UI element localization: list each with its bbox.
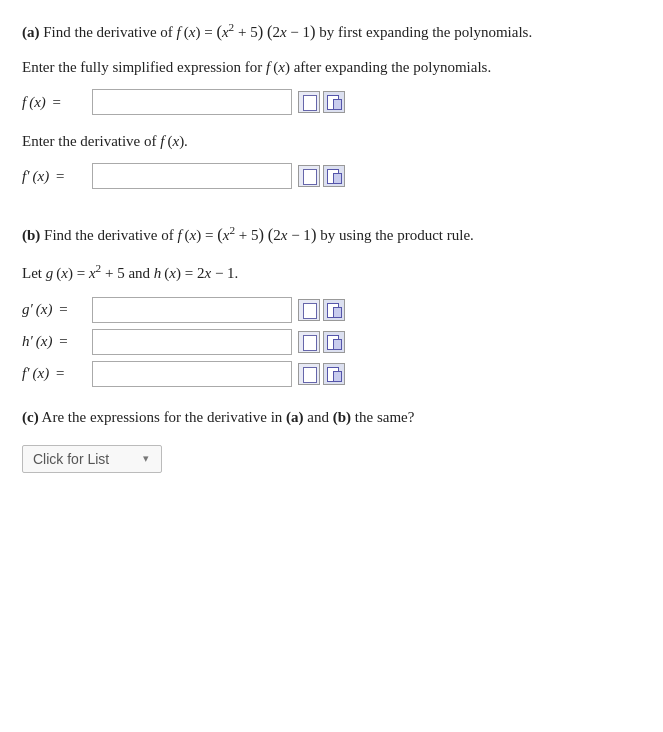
formula-icon-fx[interactable]	[298, 91, 320, 113]
copy-icon-hprime[interactable]	[323, 331, 345, 353]
formula-icon-fprime[interactable]	[298, 165, 320, 187]
fprime-b-label: f′ (x) =	[22, 365, 92, 382]
gprime-icon-pair	[298, 299, 345, 321]
hprime-label: h′ (x) =	[22, 333, 92, 350]
fx-input-row: f (x) =	[22, 89, 641, 115]
fprime-input[interactable]	[92, 163, 292, 189]
copy-icon-fprime-b[interactable]	[323, 363, 345, 385]
copy-icon-fprime[interactable]	[323, 165, 345, 187]
formula-icon-hprime[interactable]	[298, 331, 320, 353]
fprime-input-row: f′ (x) =	[22, 163, 641, 189]
dropdown-label: Click for List	[33, 451, 109, 467]
part-a-section: (a) Find the derivative of f (x) = (x2 +…	[22, 18, 641, 189]
fx-input[interactable]	[92, 89, 292, 115]
hprime-input[interactable]	[92, 329, 292, 355]
fx-label: f (x) =	[22, 94, 92, 111]
copy-icon-gprime[interactable]	[323, 299, 345, 321]
part-a-derivative-prompt: Enter the derivative of f (x).	[22, 129, 641, 153]
dropdown-arrow-icon: ▾	[143, 452, 149, 465]
part-a-intro: (a) Find the derivative of f (x) = (x2 +…	[22, 18, 641, 45]
hprime-icon-pair	[298, 331, 345, 353]
fprime-label: f′ (x) =	[22, 168, 92, 185]
fprime-icon-pair	[298, 165, 345, 187]
gprime-label: g′ (x) =	[22, 301, 92, 318]
part-c-section: (c) Are the expressions for the derivati…	[22, 405, 641, 473]
formula-icon-gprime[interactable]	[298, 299, 320, 321]
fprime-b-icon-pair	[298, 363, 345, 385]
part-a-expand-prompt: Enter the fully simplified expression fo…	[22, 55, 641, 79]
click-for-list-button[interactable]: Click for List ▾	[22, 445, 162, 473]
part-b-section: (b) Find the derivative of f (x) = (x2 +…	[22, 221, 641, 386]
part-b-let: Let g (x) = x2 + 5 and h (x) = 2x − 1.	[22, 259, 641, 285]
fprime-b-input[interactable]	[92, 361, 292, 387]
formula-icon-fprime-b[interactable]	[298, 363, 320, 385]
fx-icon-pair	[298, 91, 345, 113]
part-b-intro: (b) Find the derivative of f (x) = (x2 +…	[22, 221, 641, 248]
gprime-input[interactable]	[92, 297, 292, 323]
gprime-input-row: g′ (x) =	[22, 297, 641, 323]
fprime-b-input-row: f′ (x) =	[22, 361, 641, 387]
part-c-text: (c) Are the expressions for the derivati…	[22, 405, 641, 429]
hprime-input-row: h′ (x) =	[22, 329, 641, 355]
copy-icon-fx[interactable]	[323, 91, 345, 113]
